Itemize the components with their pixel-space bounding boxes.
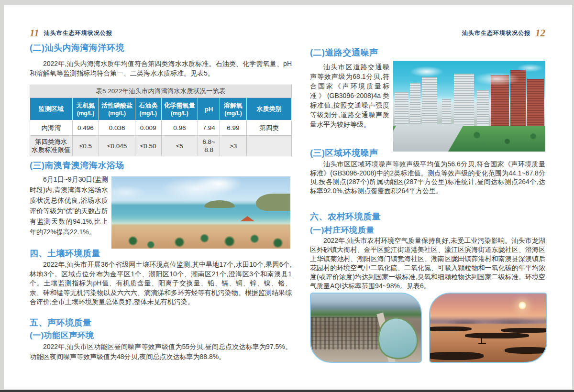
right-page-number: 12: [535, 28, 545, 38]
building: [410, 83, 420, 128]
building: [491, 75, 509, 128]
cell-value: [246, 136, 291, 156]
table-5-title: 表5 2022年汕头市内海湾海水水质状况一览表: [30, 85, 292, 98]
cell-value: ≤5: [161, 136, 198, 156]
paragraph-village: 2022年,汕头市农村环境空气质量保持良好,未受工业污染影响。汕头市龙湖区外砂镇…: [310, 236, 545, 291]
greenbelt: [393, 126, 545, 152]
table-5-col-dissolved-oxygen: 溶解氧(mg/L): [220, 98, 247, 120]
building: [510, 70, 526, 128]
paragraph-inner-bay-marine: 2022年,汕头内海湾水质年均值符合第四类海水水质标准。石油类、化学需氧量、pH…: [30, 59, 292, 78]
right-header-title: 汕头市生态环境状况公报: [462, 29, 530, 37]
subsection-heading-functional-noise: (一)功能区声环境: [30, 330, 94, 341]
fisherman-silhouette: [481, 338, 482, 343]
right-page-header: 汕头市生态环境状况公报 12: [310, 28, 545, 38]
paragraph-functional-noise: 2022年,汕头市区功能区昼间噪声等效声级值为55分贝,昼间总点次达标率为97.…: [30, 342, 292, 362]
wetland-silhouette: [465, 333, 529, 338]
section-heading-regional-noise: (三)区域环境噪声: [310, 147, 378, 159]
left-page-header: 11 汕头市生态环境状况公报: [30, 28, 112, 38]
paragraph-soil: 2022年,汕头市开展36个省级网土壤环境点位监测,其中旱地17个,水田10个,…: [30, 260, 292, 307]
building: [454, 74, 474, 128]
cell-region: 内海湾: [30, 120, 73, 136]
section-heading-rural: 六、农村环境质量: [310, 211, 381, 222]
building: [527, 79, 544, 128]
subsection-heading-village: (一)村庄环境质量: [310, 225, 375, 236]
page-bottom-edge: [0, 390, 574, 392]
table-5-col-cod: 化学需氧量(mg/L): [161, 98, 198, 120]
paragraph-traffic-noise: 汕头市区道路交通噪声等效声级为68.1分贝,符合国家《声环境质量标准》(GB30…: [310, 62, 389, 129]
cell-region: 第四类海水 水质标准限值: [30, 136, 73, 156]
table-5-col-active-phosphate: 活性磷酸盐(mg/L): [99, 98, 135, 120]
building: [442, 99, 451, 128]
section-heading-acoustic: 五、声环境质量: [30, 317, 92, 328]
paragraph-regional-noise: 汕头市区区域环境噪声等效声级平均值为56.6分贝,符合国家《声环境质量标准》(G…: [310, 160, 545, 195]
cell-value: 0.036: [99, 120, 135, 136]
sunset-wetland-photo: [429, 293, 547, 363]
table-5-col-petroleum: 石油类(mg/L): [135, 98, 161, 120]
table-5-seawater-quality: 表5 2022年汕头市内海湾海水水质状况一览表 监测区域 无机氮(mg/L) 活…: [30, 85, 292, 156]
section-heading-soil: 四、土壤环境质量: [30, 248, 100, 259]
section-heading-beach: (三)南澳青澳湾海水浴场: [30, 160, 124, 171]
building: [477, 90, 489, 128]
sun: [519, 302, 526, 309]
raft-silhouette: [478, 343, 486, 344]
cell-value: 7.94: [198, 120, 220, 136]
cell-value: 0.496: [72, 120, 99, 136]
cell-value: >3: [220, 136, 247, 156]
beach-photo: [111, 176, 290, 249]
building: [395, 92, 408, 128]
cell-value: 6.99: [220, 120, 247, 136]
table-5-col-ph: pH: [198, 98, 220, 120]
wetland-silhouette: [429, 352, 484, 360]
cell-value: 0.009: [135, 120, 161, 136]
road: [393, 124, 464, 152]
village-photo: [310, 293, 422, 363]
cell-value: ≤0.045: [99, 136, 135, 156]
island-silhouette: [204, 200, 235, 208]
city-photo: [393, 61, 545, 152]
village-rooftops: [311, 317, 384, 350]
pavilion-roof: [240, 216, 254, 221]
palm-trees: [111, 223, 290, 249]
left-header-title: 汕头市生态环境状况公报: [44, 29, 112, 37]
table-row: 第四类海水 水质标准限值 ≤0.5 ≤0.045 ≤0.50 ≤5 6.8~ 8…: [30, 136, 292, 156]
wetland-silhouette: [429, 327, 472, 331]
cell-value: 0.96: [161, 120, 198, 136]
left-page-number: 11: [30, 28, 39, 38]
table-5-col-inorganic-nitrogen: 无机氮(mg/L): [72, 98, 99, 120]
headland-silhouette: [256, 194, 290, 211]
section-heading-traffic-noise: (二)道路交通噪声: [310, 47, 378, 58]
table-5-col-quality-class: 水质类别: [246, 98, 291, 120]
table-5-header-row: 监测区域 无机氮(mg/L) 活性磷酸盐(mg/L) 石油类(mg/L) 化学需…: [30, 98, 292, 120]
cell-value: ≤0.5: [72, 136, 99, 156]
building: [422, 77, 437, 128]
cell-value: 第四类: [246, 120, 291, 136]
table-row: 内海湾 0.496 0.036 0.009 0.96 7.94 6.99 第四类: [30, 120, 292, 136]
wetland-silhouette: [505, 347, 547, 354]
distant-hills: [430, 317, 546, 324]
table-5-col-region: 监测区域: [30, 98, 73, 120]
cell-value: ≤0.50: [135, 136, 161, 156]
cell-value: 6.8~ 8.8: [198, 136, 220, 156]
wetland-silhouette: [501, 328, 547, 333]
section-heading-inner-bay-marine: (二)汕头内海湾海洋环境: [30, 42, 124, 54]
paragraph-beach: 6月1日~9月30日(监测时段)内,青澳湾海水浴场水质状况总体优良,浴场水质评价…: [30, 174, 108, 237]
